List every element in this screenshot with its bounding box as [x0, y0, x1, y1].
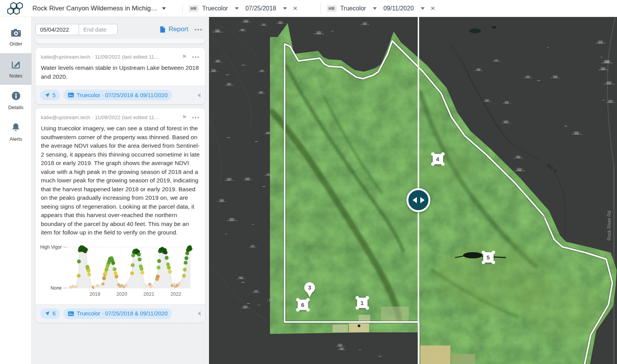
sidebar-item-order[interactable]: Order [0, 22, 32, 53]
marker-number: 4 [436, 156, 439, 162]
map-annotation-marker-6[interactable]: 6 [298, 300, 308, 310]
location-count: 5 [52, 92, 56, 98]
note-author-line: katie@upstream.tech · 11/09/2022 (last e… [41, 54, 179, 60]
marker-number: 3 [308, 284, 311, 291]
start-date-input[interactable]: 05/04/2022 [35, 24, 79, 35]
previous-note-card-edge[interactable] [35, 39, 205, 44]
pond [469, 29, 481, 33]
image-icon [68, 311, 74, 316]
note-menu-icon[interactable]: ••• [192, 115, 200, 120]
map-annotation-marker-5[interactable]: 5 [483, 252, 494, 263]
note-locations-pill[interactable]: 5 [40, 90, 60, 100]
end-date-input[interactable]: End date [79, 24, 118, 35]
app-logo-icon[interactable] [6, 1, 25, 16]
flag-icon[interactable]: ⚑ [182, 54, 187, 60]
marker-corner-knob [356, 296, 359, 300]
marker-corner-knob [492, 261, 495, 264]
marker-corner-knob [441, 152, 445, 156]
marker-corner-knob [431, 152, 435, 156]
close-layer-icon[interactable]: ✕ [293, 5, 298, 12]
marker-corner-knob [366, 296, 369, 300]
note-imagery-pill[interactable]: Truecolor · 07/25/2018 & 09/11/2020 [63, 90, 172, 100]
report-button[interactable]: Report [160, 25, 188, 33]
marker-corner-knob [306, 298, 310, 302]
note-menu-icon[interactable]: ••• [192, 54, 200, 60]
x-tick-label: 2019 [89, 292, 100, 297]
close-layer-icon[interactable]: ✕ [430, 5, 435, 12]
marker-corner-knob [492, 251, 495, 254]
imagery-label: Truecolor · 07/25/2018 & 09/11/2020 [77, 310, 167, 317]
image-icon [68, 93, 74, 98]
collapse-left-icon[interactable] [197, 311, 201, 316]
divider [320, 3, 321, 14]
notes-overflow-menu[interactable]: ••• [194, 26, 203, 33]
info-icon [11, 91, 21, 102]
marker-corner-knob [366, 306, 369, 310]
note-body: Using truecolor imagery, we can see a st… [35, 120, 205, 238]
location-arrow-icon [45, 311, 50, 316]
note-imagery-pill[interactable]: Truecolor · 07/25/2018 & 09/11/2020 [63, 308, 172, 319]
notes-filter-row: 05/04/2022 End date Report ••• [35, 24, 205, 35]
camera-icon [11, 29, 21, 39]
map-pin-marker-3[interactable]: 3 [303, 282, 316, 299]
top-bar: Rock River Canyon Wilderness in Michig… … [0, 0, 617, 17]
chevron-down-icon[interactable] [421, 7, 425, 10]
layer-selector-left: HR Truecolor 07/25/2018 ✕ [189, 0, 298, 17]
report-document-icon [160, 26, 165, 33]
location-arrow-icon [45, 93, 50, 98]
note-locations-pill[interactable]: 6 [40, 308, 60, 319]
edit-icon [11, 59, 21, 71]
sidebar-item-label: Notes [9, 73, 22, 79]
compare-slider-handle[interactable] [406, 188, 430, 212]
layer-type-select[interactable]: Truecolor [340, 5, 366, 12]
property-title[interactable]: Rock River Canyon Wilderness in Michig… [32, 5, 157, 12]
x-tick-label: 2020 [116, 292, 127, 297]
bell-icon [11, 123, 20, 134]
property-chevron-down-icon[interactable] [162, 7, 166, 10]
road-name-label: Rock River Rd [607, 211, 612, 240]
marker-corner-knob [296, 298, 300, 302]
layer-selector-right: HR Truecolor 09/11/2020 ✕ [327, 0, 435, 17]
chevron-down-icon[interactable] [373, 7, 377, 10]
layer-date-select[interactable]: 07/25/2018 [245, 5, 276, 12]
marker-number: 5 [487, 254, 490, 261]
note-card: katie@upstream.tech · 11/09/2022 (last e… [35, 108, 205, 323]
note-footer: 5 Truecolor · 07/25/2018 & 09/11/2020 [35, 86, 205, 104]
location-count: 6 [52, 310, 56, 317]
collapse-left-icon[interactable] [197, 93, 201, 98]
marker-corner-knob [356, 306, 359, 310]
marker-corner-knob [306, 308, 310, 312]
pond [492, 26, 496, 29]
sidebar-item-notes[interactable]: Notes [0, 53, 32, 85]
ndvi-scatter-chart: 2019202020212022High VigorNone [39, 239, 194, 303]
sidebar-item-alerts[interactable]: Alerts [0, 116, 32, 148]
map-annotation-marker-1[interactable]: 1 [357, 298, 368, 308]
y-label-top: High Vigor [40, 244, 62, 250]
note-card: katie@upstream.tech · 11/09/2022 (last e… [35, 48, 205, 104]
sidebar-item-details[interactable]: Details [0, 85, 32, 116]
layer-type-select[interactable]: Truecolor [202, 5, 228, 12]
marker-number: 1 [361, 300, 364, 306]
notes-panel: 05/04/2022 End date Report ••• katie@ups… [32, 17, 209, 364]
chevron-down-icon[interactable] [235, 7, 239, 10]
left-sidebar: OrderNotesDetailsAlerts [0, 17, 32, 364]
imagery-label: Truecolor · 07/25/2018 & 09/11/2020 [77, 92, 167, 98]
marker-corner-knob [296, 308, 300, 312]
slider-left-arrow-icon [413, 197, 417, 203]
map-annotation-marker-4[interactable]: 4 [433, 154, 443, 164]
marker-corner-knob [441, 162, 445, 166]
chevron-down-icon[interactable] [283, 7, 287, 10]
note-footer: 6 Truecolor · 07/25/2018 & 09/11/2020 [35, 304, 205, 323]
slider-right-arrow-icon [420, 197, 425, 203]
resolution-badge: HR [189, 5, 199, 12]
resolution-badge: HR [327, 5, 337, 12]
flag-icon[interactable]: ⚑ [182, 114, 187, 120]
report-label: Report [169, 25, 188, 33]
y-label-bottom: None [51, 285, 62, 291]
layer-date-select[interactable]: 09/11/2020 [383, 5, 414, 12]
divider [182, 3, 183, 14]
x-tick-label: 2021 [143, 292, 154, 297]
map-canvas[interactable]: 250 m Rock River Rd 45361 [209, 17, 617, 364]
note-body: Water levels remain stable in Upstream L… [35, 60, 205, 86]
sidebar-item-label: Details [8, 104, 24, 110]
